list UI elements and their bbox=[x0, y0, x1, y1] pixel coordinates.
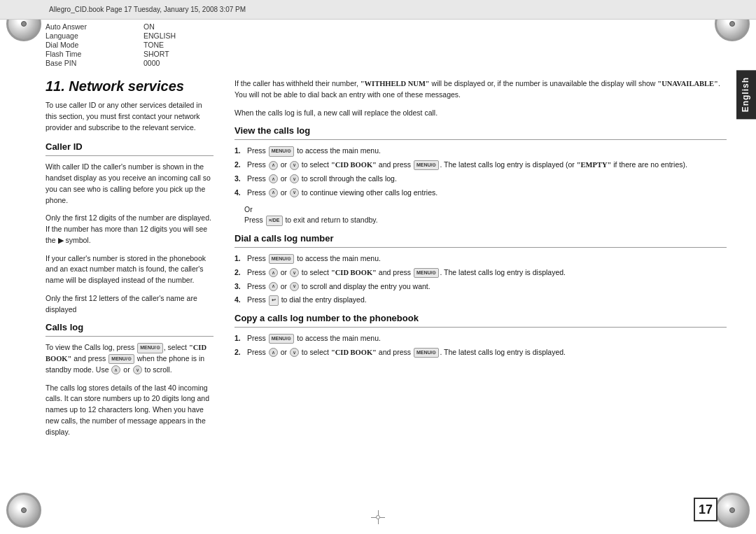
content-area: Auto Answer ON Language ENGLISH Dial Mod… bbox=[46, 22, 727, 513]
settings-table: Auto Answer ON Language ENGLISH Dial Mod… bbox=[46, 22, 214, 67]
header-text: Allegro_CID.book Page 17 Tuesday, Januar… bbox=[49, 6, 246, 13]
step-dial-2: 2. Press ∧ or ∨ to select "CID BOOK" and… bbox=[234, 267, 727, 279]
menu-btn-d2: MENU/⊙ bbox=[414, 268, 440, 279]
main-content: 11. Network services To use caller ID or… bbox=[46, 78, 727, 513]
section-dial-calls-heading: Dial a calls log number bbox=[234, 233, 727, 244]
withheld-text: If the caller has withheld their number,… bbox=[234, 78, 727, 101]
step-dial-4: 4. Press ↩ to dial the entry displayed. bbox=[234, 295, 727, 306]
or-line: Or bbox=[244, 205, 727, 213]
step-view-4: 4. Press ∧ or ∨ to continue viewing othe… bbox=[234, 188, 727, 199]
section-copy-calls-heading: Copy a calls log number to the phonebook bbox=[234, 313, 727, 323]
up-btn-v2: ∧ bbox=[269, 161, 278, 170]
up-arrow-inline: ∧ bbox=[111, 365, 120, 374]
menu-btn-v2: MENU/⊙ bbox=[414, 160, 440, 171]
exit-btn: ×/DE bbox=[266, 216, 283, 226]
step-view-1: 1. Press MENU/⊙ to access the main menu. bbox=[234, 146, 727, 157]
section-caller-id-heading: Caller ID bbox=[46, 141, 214, 152]
step-view-2: 2. Press ∧ or ∨ to select "CID BOOK" and… bbox=[234, 160, 727, 171]
up-btn-d2: ∧ bbox=[269, 268, 278, 277]
calls-log-body1: To view the Calls log, press MENU/⊙, sel… bbox=[46, 342, 214, 375]
setting-label-1: Language bbox=[46, 31, 130, 40]
chapter-title: 11. Network services bbox=[46, 78, 214, 94]
up-btn-v3: ∧ bbox=[269, 174, 278, 183]
divider-dial-calls bbox=[234, 247, 727, 248]
up-btn-d3: ∧ bbox=[269, 282, 278, 291]
step-copy-1: 1. Press MENU/⊙ to access the main menu. bbox=[234, 333, 727, 344]
up-btn-v4: ∧ bbox=[269, 188, 278, 197]
right-column: If the caller has withheld their number,… bbox=[234, 78, 727, 513]
step-copy-2: 2. Press ∧ or ∨ to select "CID BOOK" and… bbox=[234, 347, 727, 358]
caller-id-body3: If your caller's number is stored in the… bbox=[46, 253, 214, 286]
caller-id-body2: Only the first 12 digits of the number a… bbox=[46, 213, 214, 246]
dn-btn-c2: ∨ bbox=[290, 348, 299, 357]
dial-btn-d4: ↩ bbox=[269, 295, 279, 306]
setting-label-4: Base PIN bbox=[46, 59, 130, 67]
view-calls-steps: 1. Press MENU/⊙ to access the main menu.… bbox=[234, 146, 727, 198]
menu-btn-c2: MENU/⊙ bbox=[414, 348, 440, 358]
section-view-calls-heading: View the calls log bbox=[234, 125, 727, 136]
divider-caller-id bbox=[46, 155, 214, 156]
menu-button-inline2: MENU/⊙ bbox=[108, 354, 134, 365]
setting-value-0: ON bbox=[144, 22, 214, 31]
page-header: Allegro_CID.book Page 17 Tuesday, Januar… bbox=[0, 0, 756, 20]
setting-value-2: TONE bbox=[144, 41, 214, 49]
step-dial-3: 3. Press ∧ or ∨ to scroll and display th… bbox=[234, 281, 727, 293]
menu-btn-c1: MENU/⊙ bbox=[269, 334, 295, 344]
setting-label-3: Flash Time bbox=[46, 50, 130, 58]
corner-decoration-bl bbox=[3, 489, 45, 531]
dn-btn-v2: ∨ bbox=[290, 161, 299, 170]
caller-id-body4: Only the first 12 letters of the caller'… bbox=[46, 293, 214, 316]
caller-id-body1: With caller ID the caller's number is sh… bbox=[46, 162, 214, 206]
left-column: 11. Network services To use caller ID or… bbox=[46, 78, 214, 513]
divider-calls-log bbox=[46, 336, 214, 337]
dn-btn-v3: ∨ bbox=[290, 174, 299, 183]
divider-view-calls bbox=[234, 139, 727, 140]
up-btn-c2: ∧ bbox=[269, 348, 278, 357]
step-view-3: 3. Press ∧ or ∨ to scroll through the ca… bbox=[234, 174, 727, 185]
language-tab: English bbox=[736, 70, 756, 119]
step-dial-1: 1. Press MENU/⊙ to access the main menu. bbox=[234, 253, 727, 265]
or-exit-text: Press ×/DE to exit and return to standby… bbox=[244, 215, 727, 226]
language-label: English bbox=[741, 77, 750, 112]
bottom-center-mark bbox=[371, 510, 385, 524]
section-calls-log-heading: Calls log bbox=[46, 322, 214, 332]
setting-value-4: 0000 bbox=[144, 59, 214, 67]
menu-btn-d1: MENU/⊙ bbox=[269, 254, 295, 265]
setting-value-1: ENGLISH bbox=[144, 31, 214, 40]
divider-copy-calls bbox=[234, 327, 727, 328]
setting-label-0: Auto Answer bbox=[46, 22, 130, 31]
chapter-intro: To use caller ID or any other services d… bbox=[46, 100, 214, 133]
page-container: Allegro_CID.book Page 17 Tuesday, Januar… bbox=[0, 0, 756, 534]
dn-btn-d2: ∨ bbox=[290, 268, 299, 277]
dial-calls-steps: 1. Press MENU/⊙ to access the main menu.… bbox=[234, 253, 727, 306]
setting-value-3: SHORT bbox=[144, 50, 214, 58]
dn-btn-d3: ∨ bbox=[290, 282, 299, 291]
dn-btn-v4: ∨ bbox=[290, 188, 299, 197]
menu-btn-v1: MENU/⊙ bbox=[269, 146, 295, 157]
menu-button-inline: MENU/⊙ bbox=[137, 343, 163, 353]
calls-log-body2: The calls log stores details of the last… bbox=[46, 383, 214, 438]
calls-log-full-text: When the calls log is full, a new call w… bbox=[234, 108, 727, 119]
dn-arrow-inline: ∨ bbox=[133, 365, 142, 374]
copy-calls-steps: 1. Press MENU/⊙ to access the main menu.… bbox=[234, 333, 727, 358]
setting-label-2: Dial Mode bbox=[46, 41, 130, 49]
